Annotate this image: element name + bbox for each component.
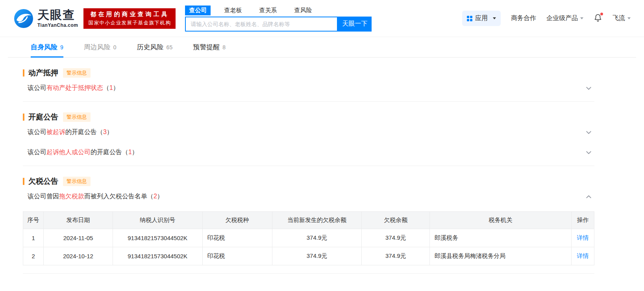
top-header: 天眼查 TianYanCha.com 都在用的商业查询工具 国家中小企业发展子基… bbox=[0, 0, 644, 37]
brand-domain: TianYanCha.com bbox=[37, 22, 78, 28]
risk-row-tax-arrears[interactable]: 该公司曾因拖欠税款而被列入欠税公告名单（2） bbox=[23, 187, 594, 207]
warning-badge: 警示信息 bbox=[63, 68, 91, 78]
row-count: 3 bbox=[103, 129, 107, 135]
tab-warning-alerts[interactable]: 预警提醒 8 bbox=[193, 37, 226, 57]
chevron-down-icon[interactable] bbox=[585, 149, 592, 156]
table-row: 2 2024-10-12 91341821573044502K 印花税 374.… bbox=[23, 247, 594, 265]
tab-label: 预警提醒 bbox=[193, 43, 220, 52]
row-count: 1 bbox=[128, 149, 132, 155]
tab-label: 周边风险 bbox=[84, 43, 111, 52]
tab-self-risk[interactable]: 自身风险 9 bbox=[31, 37, 63, 57]
row-count: 2 bbox=[154, 193, 157, 200]
user-menu[interactable]: 飞流 bbox=[613, 14, 631, 22]
section-tax-arrears: 欠税公告 警示信息 该公司曾因拖欠税款而被列入欠税公告名单（2） 序号 发布日期… bbox=[23, 176, 594, 274]
tianyancha-logo-icon bbox=[13, 8, 34, 29]
row-text-highlight: 起诉他人或公司 bbox=[46, 149, 91, 155]
warning-badge: 警示信息 bbox=[63, 177, 91, 186]
detail-link[interactable]: 详情 bbox=[577, 234, 588, 241]
section-title-row: 开庭公告 警示信息 bbox=[23, 112, 594, 122]
chevron-down-icon[interactable] bbox=[585, 129, 592, 136]
cell-taxpayer-id: 91341821573044502K bbox=[113, 247, 202, 265]
search-tab-relation[interactable]: 查关系 bbox=[255, 6, 281, 15]
cell-authority: 郎溪县税务局梅渚税务分局 bbox=[430, 247, 572, 265]
paren-close: ） bbox=[157, 193, 163, 200]
section-title: 欠税公告 bbox=[28, 176, 58, 187]
tab-count: 0 bbox=[113, 44, 117, 50]
notifications-bell[interactable] bbox=[594, 13, 602, 24]
search-block: 查公司 查老板 查关系 查风险 天眼一下 bbox=[185, 6, 372, 32]
column-header-publish-date: 发布日期 bbox=[44, 212, 113, 229]
search-tab-boss[interactable]: 查老板 bbox=[220, 6, 246, 15]
section-accent-bar bbox=[23, 178, 24, 185]
cell-tax-type: 印花税 bbox=[202, 229, 272, 247]
user-name: 飞流 bbox=[613, 14, 625, 22]
paren-close: ） bbox=[132, 149, 138, 155]
paren-open: （ bbox=[122, 149, 128, 155]
row-text-pre: 该公司 bbox=[28, 129, 46, 135]
search-tab-risk[interactable]: 查风险 bbox=[290, 6, 316, 15]
column-header-taxpayer-id: 纳税人识别号 bbox=[113, 212, 202, 229]
chevron-down-icon bbox=[493, 17, 496, 19]
chevron-down-icon bbox=[627, 17, 631, 19]
risk-row-mortgage[interactable]: 该公司有动产处于抵押状态（1） bbox=[23, 78, 594, 98]
cell-arrears: 374.9元 bbox=[362, 229, 430, 247]
tab-count: 8 bbox=[222, 44, 226, 50]
column-header-tax-type: 欠税税种 bbox=[202, 212, 272, 229]
business-cooperation-link[interactable]: 商务合作 bbox=[511, 14, 536, 22]
section-accent-bar bbox=[23, 69, 24, 76]
cell-new-arrears: 374.9元 bbox=[272, 247, 362, 265]
chevron-down-icon[interactable] bbox=[585, 85, 592, 91]
detail-link[interactable]: 详情 bbox=[577, 252, 588, 259]
apps-menu[interactable]: 应用 bbox=[462, 11, 501, 26]
paren-open: （ bbox=[103, 84, 109, 91]
column-header-action: 操作 bbox=[571, 212, 594, 229]
risk-row-sued[interactable]: 该公司被起诉的开庭公告（3） bbox=[23, 122, 594, 142]
search-tab-company[interactable]: 查公司 bbox=[185, 6, 211, 15]
paren-close: ） bbox=[107, 129, 113, 135]
row-text-highlight: 被起诉 bbox=[46, 129, 65, 135]
tab-label: 自身风险 bbox=[31, 43, 57, 52]
row-text-pre: 该公司 bbox=[28, 84, 46, 91]
apps-label: 应用 bbox=[475, 14, 488, 22]
section-title: 开庭公告 bbox=[28, 112, 58, 122]
cell-arrears: 374.9元 bbox=[362, 247, 430, 265]
tab-count: 9 bbox=[60, 44, 63, 50]
warning-badge: 警示信息 bbox=[63, 112, 91, 122]
row-text-pre: 该公司 bbox=[28, 149, 46, 155]
enterprise-products-menu[interactable]: 企业级产品 bbox=[546, 14, 583, 22]
tab-history-risk[interactable]: 历史风险 65 bbox=[137, 37, 173, 57]
cell-serial: 1 bbox=[23, 229, 44, 247]
section-title-row: 欠税公告 警示信息 bbox=[23, 176, 594, 187]
section-court-announcement: 开庭公告 警示信息 该公司被起诉的开庭公告（3） 该公司起诉他人或公司的开庭公告… bbox=[23, 112, 594, 162]
column-header-arrears: 欠税余额 bbox=[362, 212, 430, 229]
table-header-row: 序号 发布日期 纳税人识别号 欠税税种 当前新发生的欠税余额 欠税余额 税务机关… bbox=[23, 212, 594, 229]
tianyancha-logo[interactable]: 天眼查 TianYanCha.com bbox=[13, 8, 78, 29]
row-text-highlight: 拖欠税款 bbox=[59, 193, 84, 200]
section-title: 动产抵押 bbox=[28, 68, 58, 78]
search-bar: 天眼一下 bbox=[185, 17, 372, 32]
column-header-authority: 税务机关 bbox=[430, 212, 572, 229]
section-accent-bar bbox=[23, 114, 24, 121]
paren-open: （ bbox=[147, 193, 154, 200]
tab-surrounding-risk[interactable]: 周边风险 0 bbox=[84, 37, 117, 57]
row-text-highlight: 有动产处于抵押状态 bbox=[46, 84, 103, 91]
row-count: 1 bbox=[109, 84, 113, 91]
slogan-line2: 国家中小企业发展子基金旗下机构 bbox=[88, 20, 171, 26]
paren-open: （ bbox=[97, 129, 103, 135]
chevron-down-icon bbox=[580, 17, 583, 19]
enterprise-products-label: 企业级产品 bbox=[546, 14, 578, 22]
section-chattel-mortgage: 动产抵押 警示信息 该公司有动产处于抵押状态（1） bbox=[23, 68, 594, 98]
cell-publish-date: 2024-10-12 bbox=[44, 247, 113, 265]
section-divider bbox=[23, 101, 594, 102]
search-button[interactable]: 天眼一下 bbox=[338, 17, 372, 32]
cell-taxpayer-id: 91341821573044502K bbox=[113, 229, 202, 247]
row-text-post: 的开庭公告 bbox=[91, 149, 122, 155]
search-input[interactable] bbox=[185, 17, 338, 32]
slogan-banner: 都在用的商业查询工具 国家中小企业发展子基金旗下机构 bbox=[83, 8, 176, 29]
tab-label: 历史风险 bbox=[137, 43, 164, 52]
risk-tab-bar: 自身风险 9 周边风险 0 历史风险 65 预警提醒 8 bbox=[8, 37, 636, 58]
chevron-up-icon[interactable] bbox=[585, 193, 592, 200]
section-divider bbox=[23, 166, 594, 166]
risk-row-suing-others[interactable]: 该公司起诉他人或公司的开庭公告（1） bbox=[23, 142, 594, 162]
header-nav: 应用 商务合作 企业级产品 飞流 bbox=[462, 11, 631, 26]
